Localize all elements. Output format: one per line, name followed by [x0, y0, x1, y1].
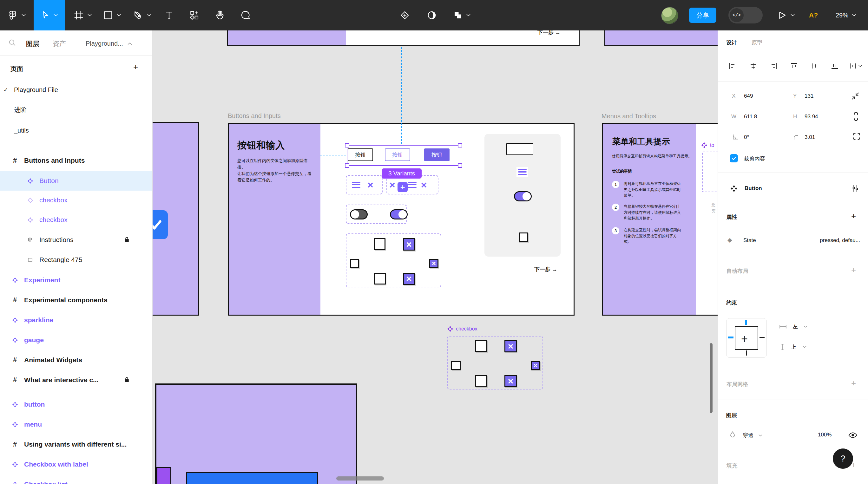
menu-variant-box-1[interactable]: × [346, 175, 382, 194]
dev-mode-toggle[interactable]: </> [728, 7, 763, 24]
tab-design[interactable]: 设计 [726, 39, 737, 46]
constraint-bottom-pin[interactable] [746, 351, 747, 356]
constraint-top-pin[interactable] [745, 320, 747, 325]
frame-title-menus-and-tooltips[interactable]: Menus and Tooltips [601, 112, 656, 120]
layer-row-sparkline[interactable]: sparkline [0, 313, 153, 327]
align-left-icon[interactable] [728, 62, 736, 70]
component-config-icon[interactable] [851, 184, 860, 193]
checkbox-unchecked[interactable] [475, 340, 487, 352]
boolean-groups-button[interactable] [453, 0, 470, 30]
frame-buttons-and-inputs[interactable]: 按钮和输入 您可以在组件内的变体之间添加原型连接。 让我们为这个按钮添加一个悬停… [228, 123, 575, 316]
collapse-icon[interactable] [851, 92, 860, 100]
independent-corners-icon[interactable] [852, 132, 861, 140]
comment-tool-button[interactable] [241, 0, 251, 30]
layer-row-button-lc[interactable]: button [0, 397, 153, 411]
hand-tool-button[interactable] [214, 0, 225, 30]
vertical-scrollbar[interactable] [710, 343, 713, 413]
layer-row-animated-widgets[interactable]: # Animated Widgets [0, 353, 153, 367]
checkbox-unchecked-small[interactable] [350, 259, 359, 268]
align-vertical-center-icon[interactable] [810, 62, 818, 70]
frame-title-buttons-and-inputs[interactable]: Buttons and Inputs [228, 112, 281, 120]
preview-button[interactable] [506, 143, 533, 155]
align-horizontal-center-icon[interactable] [749, 62, 757, 70]
checkbox-component-box[interactable]: × × × [447, 336, 543, 389]
next-step-label[interactable]: 下一步 → [534, 266, 557, 273]
selection-handle[interactable] [458, 143, 462, 148]
layer-row-experimental-components[interactable]: # Experimental components [0, 293, 153, 307]
present-button[interactable] [777, 0, 795, 30]
checkbox-checked-small[interactable]: × [531, 361, 540, 370]
pen-tool-button[interactable] [133, 0, 151, 30]
layer-row-what-are-interactive[interactable]: # What are interactive c... [0, 373, 153, 387]
next-step-label[interactable]: 下一步 → [537, 30, 561, 36]
blue-rectangle[interactable] [186, 472, 318, 484]
add-layout-grid-button[interactable]: + [851, 378, 856, 388]
height-input[interactable]: 93.94 [805, 114, 818, 120]
checkbox-checked[interactable]: × [403, 238, 415, 251]
frame-menus-and-tooltips[interactable]: 菜单和工具提示 使用悬停交互和帧剪辑来构建菜单和工具提示。 尝试的事情 1 将对… [602, 123, 718, 316]
use-as-mask-button[interactable] [427, 0, 437, 30]
checkbox-component-label[interactable]: checkbox [447, 326, 477, 332]
partial-frame-bottom[interactable] [155, 383, 357, 484]
resources-button[interactable] [189, 0, 199, 30]
checkbox-checked[interactable]: × [504, 375, 517, 387]
add-property-button[interactable]: + [851, 211, 856, 221]
add-variant-button[interactable]: + [398, 182, 408, 192]
text-tool-button[interactable] [164, 0, 174, 30]
checkbox-variant-box[interactable]: × × × [346, 233, 441, 287]
visibility-eye-icon[interactable] [848, 432, 858, 439]
tab-layers[interactable]: 图层 [26, 39, 39, 48]
checkbox-checked[interactable]: × [504, 340, 517, 352]
partial-frame-top-right[interactable] [604, 30, 718, 46]
preview-toggle-on[interactable] [514, 191, 532, 201]
constraint-left-pin[interactable] [728, 336, 734, 338]
align-top-icon[interactable] [790, 62, 798, 70]
layer-row-gauge[interactable]: gauge [0, 333, 153, 347]
page-item-advanced[interactable]: 进阶 [0, 103, 152, 117]
frame-tool-button[interactable] [73, 0, 92, 30]
blend-mode-select[interactable]: 穿透 [743, 432, 762, 439]
layer-row-button[interactable]: Button [0, 171, 153, 191]
zoom-menu[interactable]: 29% [836, 0, 856, 30]
width-input[interactable]: 611.8 [744, 114, 757, 120]
blue-check-object[interactable] [152, 210, 168, 239]
figma-menu-button[interactable] [8, 0, 26, 30]
selection-box[interactable] [347, 145, 460, 166]
tab-assets[interactable]: 资产 [53, 39, 66, 48]
checkbox-unchecked[interactable] [374, 273, 386, 285]
intro-panel[interactable]: 按钮和输入 您可以在组件内的变体之间添加原型连接。 让我们为这个按钮添加一个悬停… [229, 124, 320, 315]
tooltip-variant-box[interactable] [702, 152, 718, 192]
checkbox-unchecked[interactable] [475, 375, 487, 387]
y-input[interactable]: 131 [805, 93, 813, 99]
canvas[interactable]: 下一步 → Buttons and Inputs 按钮和输入 您可以在组件内的变… [152, 30, 718, 484]
page-item-playground-file[interactable]: ✓ Playground File [0, 83, 152, 96]
state-property-value[interactable]: pressed, defau... [820, 237, 860, 244]
checkbox-unchecked-small[interactable] [451, 361, 461, 370]
intro-panel[interactable]: 菜单和工具提示 使用悬停交互和帧剪辑来构建菜单和工具提示。 尝试的事情 1 将对… [603, 124, 696, 315]
help-button[interactable]: ? [833, 449, 853, 469]
layer-row-experiment[interactable]: Experiment [0, 273, 153, 287]
layer-row-checkbox-component[interactable]: checkbox [0, 213, 153, 227]
horizontal-scrollbar[interactable] [336, 476, 384, 481]
toggle-variant-box[interactable] [346, 204, 407, 224]
missing-fonts-indicator[interactable]: A? [809, 0, 818, 30]
selection-handle[interactable] [345, 143, 349, 148]
move-tool-button[interactable] [34, 0, 65, 30]
lock-icon[interactable] [124, 377, 129, 383]
rotation-input[interactable]: 0° [744, 134, 749, 140]
constrain-proportions-icon[interactable] [852, 111, 860, 121]
align-right-icon[interactable] [770, 62, 778, 70]
lock-icon[interactable] [124, 236, 129, 242]
horizontal-constraint-select[interactable]: 左 [779, 323, 807, 330]
constraint-right-pin[interactable] [760, 337, 765, 338]
distribute-menu[interactable] [849, 62, 862, 70]
violet-rectangle[interactable] [156, 467, 171, 484]
checkbox-checked-small[interactable]: × [429, 259, 438, 268]
vertical-constraint-select[interactable]: 上 [780, 343, 806, 351]
tab-prototype[interactable]: 原型 [751, 39, 762, 46]
create-component-button[interactable] [400, 0, 410, 30]
component-name[interactable]: Button [745, 185, 762, 192]
preview-menu-chip[interactable] [517, 167, 528, 177]
tooltip-component-label[interactable]: to [702, 142, 714, 148]
layer-row-checkbox-variant[interactable]: checkbox [0, 193, 153, 207]
